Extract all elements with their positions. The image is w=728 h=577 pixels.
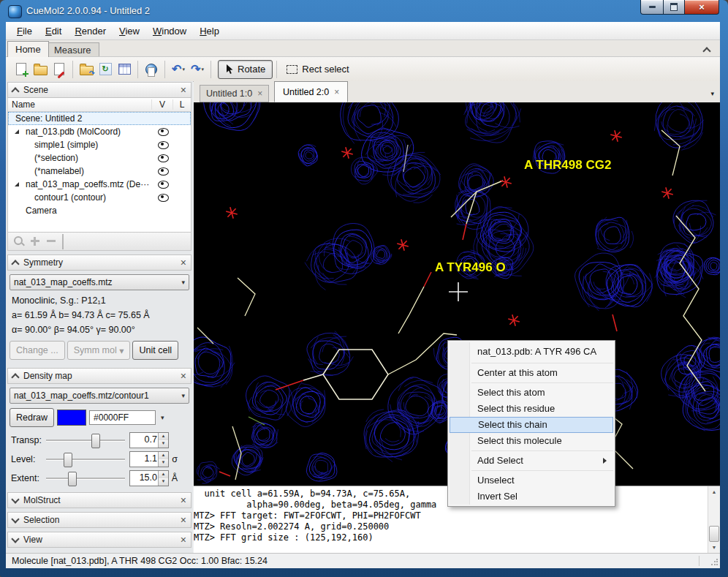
menu-file[interactable]: File bbox=[10, 23, 39, 39]
render-button[interactable] bbox=[142, 60, 161, 79]
spin-up-icon[interactable]: ▲ bbox=[159, 471, 168, 478]
scroll-down-icon[interactable]: ▼ bbox=[709, 543, 719, 553]
spin-down-icon[interactable]: ▼ bbox=[159, 459, 168, 467]
close-icon[interactable]: × bbox=[181, 516, 186, 524]
tree-row-mtz[interactable]: nat_013_map_coeffs.mtz (De··· bbox=[8, 178, 191, 191]
symmetry-mol-select[interactable]: nat_013_map_coeffs.mtz ▾ bbox=[10, 274, 189, 290]
unit-cell-button[interactable]: Unit cell bbox=[132, 341, 178, 360]
remove-icon[interactable] bbox=[46, 236, 56, 246]
visibility-eye-icon[interactable] bbox=[158, 181, 169, 189]
scrollbar-thumb[interactable] bbox=[709, 526, 719, 542]
visibility-eye-icon[interactable] bbox=[158, 154, 169, 162]
expand-chevron-icon[interactable] bbox=[11, 535, 19, 543]
transp-spinner[interactable]: 0.7▲▼ bbox=[129, 432, 169, 448]
reload-button[interactable]: ↻ bbox=[96, 60, 115, 79]
menu-item-add-select[interactable]: Add Select bbox=[450, 453, 613, 469]
spin-up-icon[interactable]: ▲ bbox=[159, 452, 168, 459]
menu-render[interactable]: Render bbox=[68, 23, 113, 39]
ribbon-collapse-button[interactable] bbox=[704, 44, 714, 53]
rotate-toggle-button[interactable]: Rotate bbox=[218, 60, 273, 79]
expander-icon[interactable] bbox=[15, 182, 19, 186]
properties-icon[interactable] bbox=[62, 236, 72, 246]
symm-mol-button[interactable]: Symm mol ▾ bbox=[67, 341, 131, 360]
tree-row-contour1[interactable]: contour1 (contour) bbox=[8, 191, 191, 204]
resize-grip[interactable] bbox=[710, 559, 718, 566]
menu-item-select-this-residue[interactable]: Select this residue bbox=[450, 401, 613, 417]
change-button[interactable]: Change ... bbox=[10, 341, 65, 360]
menu-window[interactable]: Window bbox=[146, 23, 193, 39]
column-visible[interactable]: V bbox=[152, 99, 173, 110]
chevron-down-icon[interactable]: ▾ bbox=[161, 414, 164, 421]
menu-help[interactable]: Help bbox=[193, 23, 226, 39]
menu-item-center-at-this-atom[interactable]: Center at this atom bbox=[450, 365, 613, 381]
column-lock[interactable]: L bbox=[173, 99, 191, 110]
open-file-button[interactable]: ↷ bbox=[77, 60, 96, 79]
undo-dropdown-icon[interactable]: ▾ bbox=[182, 67, 185, 72]
tab-close-icon[interactable]: × bbox=[257, 88, 262, 99]
level-spinner[interactable]: 1.1▲▼ bbox=[129, 451, 169, 467]
collapse-chevron-icon[interactable] bbox=[11, 260, 19, 268]
spin-down-icon[interactable]: ▼ bbox=[159, 440, 168, 448]
tree-row-scene[interactable]: Scene: Untitled 2 bbox=[8, 112, 191, 125]
save-scene-button[interactable] bbox=[50, 60, 69, 79]
close-icon[interactable]: × bbox=[181, 372, 186, 380]
minimize-button[interactable] bbox=[640, 0, 664, 15]
close-icon[interactable]: × bbox=[181, 535, 186, 544]
tab-list-dropdown-icon[interactable]: ▾ bbox=[710, 90, 714, 97]
level-slider[interactable] bbox=[46, 452, 125, 467]
expand-chevron-icon[interactable] bbox=[11, 495, 19, 503]
close-icon[interactable]: × bbox=[181, 258, 186, 267]
new-scene-button[interactable] bbox=[12, 60, 31, 79]
menu-item-unselect[interactable]: Unselect bbox=[450, 472, 613, 489]
spin-down-icon[interactable]: ▼ bbox=[159, 478, 168, 486]
add-icon[interactable] bbox=[30, 236, 40, 246]
menu-item-invert-sel[interactable]: Invert Sel bbox=[450, 489, 613, 505]
tree-row-molcoord[interactable]: nat_013.pdb (MolCoord) bbox=[8, 125, 191, 138]
close-icon[interactable]: × bbox=[181, 496, 186, 505]
tree-row-camera[interactable]: Camera bbox=[8, 204, 191, 217]
expander-icon[interactable] bbox=[15, 129, 19, 134]
menu-item-select-this-atom[interactable]: Select this atom bbox=[450, 385, 613, 401]
menu-edit[interactable]: Edit bbox=[39, 23, 68, 39]
tab-close-icon[interactable]: × bbox=[334, 87, 339, 97]
tree-row-simple1[interactable]: simple1 (simple) bbox=[8, 138, 191, 151]
undo-button[interactable]: ↶▾ bbox=[169, 60, 188, 79]
extent-spinner[interactable]: 15.0▲▼ bbox=[129, 470, 169, 486]
extent-slider[interactable] bbox=[46, 471, 125, 486]
scroll-up-icon[interactable]: ▲ bbox=[709, 487, 719, 497]
viewport-tab-1[interactable]: Untitled 1:0× bbox=[200, 85, 269, 102]
close-button[interactable]: × bbox=[685, 0, 719, 15]
visibility-eye-icon[interactable] bbox=[158, 141, 169, 149]
rect-select-toggle[interactable]: Rect select bbox=[281, 64, 354, 75]
table-view-button[interactable] bbox=[115, 60, 134, 79]
tree-row-namelabel[interactable]: (*namelabel) bbox=[8, 165, 191, 178]
close-icon[interactable]: × bbox=[181, 86, 186, 94]
tab-measure[interactable]: Measure bbox=[46, 42, 99, 58]
viewport-tab-2[interactable]: Untitled 2:0× bbox=[274, 81, 348, 102]
menu-item-select-this-chain[interactable]: Select this chain bbox=[450, 417, 613, 433]
menu-view[interactable]: View bbox=[113, 23, 146, 39]
visibility-eye-icon[interactable] bbox=[158, 167, 169, 176]
spin-up-icon[interactable]: ▲ bbox=[159, 433, 168, 440]
map-color-swatch[interactable] bbox=[57, 410, 86, 426]
column-name[interactable]: Name bbox=[8, 99, 152, 110]
expand-chevron-icon[interactable] bbox=[11, 515, 19, 523]
visibility-eye-icon[interactable] bbox=[158, 194, 169, 202]
redo-dropdown-icon[interactable]: ▾ bbox=[201, 67, 204, 72]
redo-button[interactable]: ↷▾ bbox=[188, 60, 207, 79]
visibility-eye-icon[interactable] bbox=[158, 128, 169, 136]
zoom-icon[interactable] bbox=[14, 236, 24, 246]
tab-home[interactable]: Home bbox=[7, 41, 49, 57]
console-scrollbar[interactable]: ▲ ▼ bbox=[708, 486, 720, 554]
menu-item-select-this-molecule[interactable]: Select this molecule bbox=[450, 433, 613, 449]
density-renderer-select[interactable]: nat_013_map_coeffs.mtz/contour1 ▾ bbox=[10, 388, 189, 404]
map-color-hex-input[interactable]: #0000FF bbox=[89, 410, 156, 425]
tree-row-selection[interactable]: (*selection) bbox=[8, 151, 191, 165]
maximize-button[interactable] bbox=[664, 0, 685, 15]
collapse-chevron-icon[interactable] bbox=[11, 87, 19, 95]
collapse-chevron-icon[interactable] bbox=[11, 373, 19, 381]
title-bar[interactable]: CueMol2 2.0.0.94 - Untitled 2 × bbox=[0, 0, 728, 22]
open-scene-button[interactable] bbox=[31, 60, 50, 79]
redraw-button[interactable]: Redraw bbox=[10, 408, 54, 427]
transp-slider[interactable] bbox=[46, 433, 125, 448]
